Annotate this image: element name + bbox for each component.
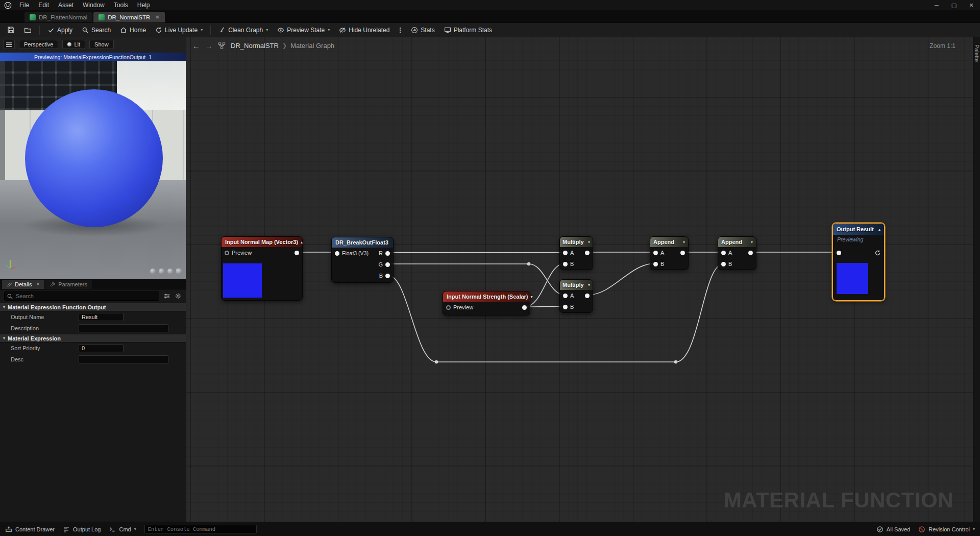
menu-tools[interactable]: Tools bbox=[109, 1, 133, 10]
pin-a-input[interactable] bbox=[653, 251, 658, 255]
output-log-button[interactable]: Output Log bbox=[63, 526, 101, 533]
palette-sidebar-tab[interactable]: Palette bbox=[973, 37, 980, 522]
show-label: Show bbox=[94, 41, 109, 47]
node-append-1[interactable]: Append ▾ A B bbox=[650, 236, 689, 270]
close-icon[interactable]: ✕ bbox=[36, 282, 40, 287]
pin-b-input[interactable] bbox=[563, 262, 568, 266]
node-multiply-2[interactable]: Multiply ▾ A B bbox=[559, 279, 593, 313]
chevron-down-icon[interactable]: ▾ bbox=[588, 283, 590, 287]
node-breakoutfloat3[interactable]: DR_BreakOutFloat3 Float3 (V3) R G B bbox=[331, 237, 394, 283]
chevron-down-icon[interactable]: ▾ bbox=[588, 240, 590, 245]
pin-float3-input[interactable] bbox=[335, 251, 339, 256]
pin-a-input[interactable] bbox=[563, 251, 568, 255]
viewport-image[interactable] bbox=[0, 61, 186, 279]
apply-button[interactable]: Apply bbox=[43, 25, 77, 35]
toolbar-kebab-button[interactable] bbox=[395, 25, 406, 35]
chevron-down-icon[interactable]: ▾ bbox=[683, 240, 685, 245]
clean-graph-button[interactable]: Clean Graph▾ bbox=[214, 25, 272, 35]
browse-to-asset-button[interactable] bbox=[20, 25, 36, 35]
revision-control-dropdown[interactable]: Revision Control ▾ bbox=[918, 526, 975, 533]
menu-asset[interactable]: Asset bbox=[54, 1, 78, 10]
node-append-2[interactable]: Append ▾ A B bbox=[718, 236, 756, 270]
display-filter-icon[interactable] bbox=[163, 293, 170, 300]
tab-close-icon[interactable]: ✕ bbox=[155, 14, 159, 20]
details-search-input[interactable] bbox=[4, 291, 159, 301]
preview-state-button[interactable]: Preview State▾ bbox=[273, 25, 334, 35]
pin-output[interactable] bbox=[748, 251, 753, 255]
forward-arrow-icon[interactable]: → bbox=[205, 41, 213, 50]
preview-shape-plane[interactable] bbox=[167, 269, 173, 274]
show-dropdown[interactable]: Show bbox=[89, 40, 114, 49]
pin-output[interactable] bbox=[585, 294, 590, 298]
pin-g-output[interactable] bbox=[385, 262, 390, 267]
pin-a-input[interactable] bbox=[563, 294, 568, 298]
pin-preview-input[interactable] bbox=[225, 251, 229, 255]
content-drawer-button[interactable]: Content Drawer bbox=[5, 526, 55, 533]
pin-preview-input[interactable] bbox=[446, 305, 451, 310]
live-update-button[interactable]: Live Update▾ bbox=[151, 25, 207, 35]
node-output-result[interactable]: Output Result ▴ Previewing bbox=[832, 223, 885, 301]
tab-dr-normalstr[interactable]: DR_NormalSTR ✕ bbox=[93, 12, 164, 22]
pin-r-output[interactable] bbox=[385, 251, 390, 256]
tab-parameters[interactable]: Parameters bbox=[45, 280, 92, 289]
section-material-expression[interactable]: ▾ Material Expression bbox=[0, 334, 186, 343]
node-input-normal-strength[interactable]: Input Normal Strength (Scalar) ▾ Preview bbox=[443, 291, 530, 315]
material-function-icon bbox=[99, 14, 105, 20]
cmd-dropdown[interactable]: Cmd ▾ bbox=[109, 526, 136, 533]
preview-shape-cube[interactable] bbox=[176, 269, 182, 274]
pin-b-output[interactable] bbox=[385, 274, 390, 278]
menu-file[interactable]: File bbox=[15, 1, 34, 10]
kebab-menu-icon bbox=[399, 27, 402, 34]
collapse-icon[interactable]: ▴ bbox=[301, 240, 303, 245]
breadcrumb[interactable]: DR_NormalSTR ❯ Material Graph bbox=[231, 42, 334, 50]
cycle-preview-icon[interactable] bbox=[874, 250, 881, 256]
perspective-dropdown[interactable]: Perspective bbox=[19, 40, 58, 49]
pin-b-input[interactable] bbox=[721, 262, 726, 266]
back-arrow-icon[interactable]: ← bbox=[192, 41, 200, 50]
desc-input[interactable] bbox=[79, 355, 168, 363]
menu-help[interactable]: Help bbox=[133, 1, 155, 10]
collapse-icon[interactable]: ▴ bbox=[878, 227, 880, 232]
pin-result-input[interactable] bbox=[837, 251, 841, 255]
tab-details[interactable]: Details ✕ bbox=[2, 280, 44, 289]
pin-b-input[interactable] bbox=[653, 262, 658, 266]
pin-a-input[interactable] bbox=[721, 251, 726, 255]
node-input-normal-map[interactable]: Input Normal Map (Vector3) ▴ Preview bbox=[221, 236, 303, 301]
home-button[interactable]: Home bbox=[116, 25, 150, 35]
preview-viewport[interactable]: Perspective Lit Show Previewing: Materia… bbox=[0, 37, 186, 279]
pin-output[interactable] bbox=[522, 305, 527, 310]
menu-edit[interactable]: Edit bbox=[34, 1, 54, 10]
section-material-expression-function-output[interactable]: ▾ Material Expression Function Output bbox=[0, 303, 186, 311]
output-name-input[interactable] bbox=[79, 313, 124, 321]
chevron-down-icon[interactable]: ▾ bbox=[531, 295, 533, 299]
close-button[interactable]: ✕ bbox=[963, 0, 980, 10]
gear-icon[interactable] bbox=[175, 293, 182, 300]
viewport-menu-button[interactable] bbox=[3, 40, 15, 49]
axis-gizmo-icon bbox=[4, 251, 26, 272]
console-command-input[interactable] bbox=[144, 525, 257, 533]
lit-mode-dropdown[interactable]: Lit bbox=[62, 40, 85, 49]
chevron-down-icon[interactable]: ▾ bbox=[751, 240, 753, 245]
hide-unrelated-button[interactable]: Hide Unrelated bbox=[335, 25, 394, 35]
description-input[interactable] bbox=[79, 324, 168, 332]
output-name-label: Output Name bbox=[0, 314, 44, 320]
pin-b-input[interactable] bbox=[563, 305, 568, 309]
search-button[interactable]: Search bbox=[78, 25, 115, 35]
pin-output[interactable] bbox=[295, 251, 299, 255]
preview-shape-sphere[interactable] bbox=[159, 269, 164, 274]
minimize-button[interactable]: ─ bbox=[928, 0, 945, 10]
node-multiply-1[interactable]: Multiply ▾ A B bbox=[559, 236, 593, 270]
menu-window[interactable]: Window bbox=[78, 1, 109, 10]
preview-shape-cylinder[interactable] bbox=[150, 269, 156, 274]
material-graph-canvas[interactable]: ← → DR_NormalSTR ❯ Material Graph Zoom 1… bbox=[186, 37, 973, 522]
all-saved-indicator[interactable]: All Saved bbox=[876, 526, 910, 533]
platform-stats-button[interactable]: Platform Stats bbox=[440, 25, 496, 35]
tab-dr-flattennormal[interactable]: DR_FlattenNormal bbox=[24, 12, 92, 22]
pin-output[interactable] bbox=[585, 251, 590, 255]
maximize-button[interactable]: ▢ bbox=[945, 0, 963, 10]
pin-output[interactable] bbox=[680, 251, 685, 255]
sort-priority-input[interactable] bbox=[79, 344, 124, 352]
stats-button[interactable]: Stats bbox=[407, 25, 438, 35]
breadcrumb-root[interactable]: DR_NormalSTR bbox=[231, 42, 279, 50]
save-button[interactable] bbox=[3, 25, 19, 35]
